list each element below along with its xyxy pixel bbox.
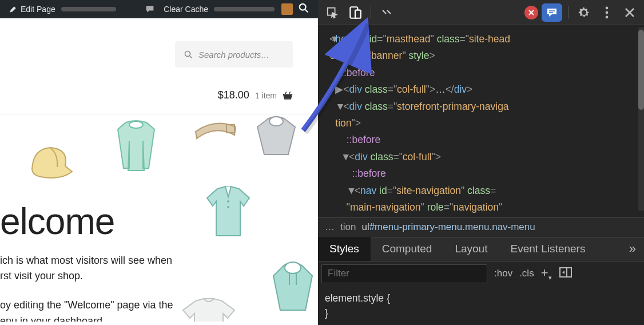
styles-tabs: Styles Computed Layout Event Listeners »	[318, 237, 644, 261]
styles-pane[interactable]: element.style { }	[318, 286, 644, 326]
svg-point-21	[606, 11, 609, 14]
clear-cache-link[interactable]: Clear Cache	[159, 0, 279, 18]
admin-dash	[214, 7, 275, 11]
tabs-overflow-button[interactable]: »	[621, 241, 644, 256]
more-tabs-button[interactable]	[377, 3, 396, 22]
tab-layout[interactable]: Layout	[443, 237, 499, 261]
welcome-line1: ich is what most visitors will see when	[0, 255, 172, 266]
welcome-text-block: elcome ich is what most visitors will se…	[0, 200, 173, 322]
svg-point-9	[227, 206, 229, 208]
cart-link[interactable]: $18.00 1 item	[0, 79, 318, 114]
svg-line-1	[305, 9, 308, 12]
close-devtools-button[interactable]	[620, 3, 639, 22]
search-icon[interactable]	[299, 3, 309, 16]
welcome-title: elcome	[0, 200, 173, 243]
annotation-arrow	[285, 16, 376, 136]
toggle-sidebar-button[interactable]	[559, 267, 573, 280]
site-header: Search products… $18.00 1 item elcome	[0, 18, 318, 322]
hoodie-teal-illustration	[270, 257, 316, 315]
tab-computed[interactable]: Computed	[371, 237, 444, 261]
admin-dash	[61, 7, 116, 11]
tab-styles[interactable]: Styles	[318, 237, 371, 261]
pencil-icon	[8, 5, 17, 14]
dom-breadcrumb[interactable]: … tion ul#menu-primary-menu.menu.nav-men…	[318, 217, 644, 237]
styles-filter-input[interactable]	[321, 264, 487, 283]
breadcrumb-dots: …	[325, 221, 335, 233]
website-preview: Edit Page Clear Cache Search products… $…	[0, 0, 318, 325]
welcome-line2: rst visit your shop.	[0, 270, 83, 282]
welcome-line3: oy editing the "Welcome" page via the	[0, 299, 173, 311]
svg-point-10	[285, 262, 301, 274]
svg-point-5	[129, 121, 143, 128]
svg-point-0	[300, 3, 306, 10]
element-style-selector: element.style {	[325, 292, 390, 304]
svg-point-22	[606, 15, 609, 18]
avatar[interactable]	[281, 3, 293, 15]
comments-link[interactable]	[141, 0, 159, 18]
tshirt-illustration	[180, 296, 238, 322]
errors-badge[interactable]	[524, 6, 538, 19]
settings-button[interactable]	[574, 3, 594, 22]
svg-point-20	[606, 6, 609, 9]
breadcrumb-selected[interactable]: ul#menu-primary-menu.menu.nav-menu	[361, 221, 535, 233]
svg-point-7	[269, 117, 283, 126]
svg-point-2	[185, 51, 190, 56]
polo-illustration	[202, 183, 254, 240]
comment-icon	[145, 5, 154, 14]
wp-admin-bar: Edit Page Clear Cache	[0, 0, 318, 18]
feedback-button[interactable]	[542, 3, 562, 22]
scroll-thumb[interactable]	[638, 30, 644, 110]
clear-cache-label: Clear Cache	[164, 5, 208, 14]
search-placeholder: Search products…	[198, 50, 269, 60]
svg-line-3	[190, 56, 192, 58]
search-icon	[184, 50, 193, 59]
svg-point-8	[227, 200, 229, 203]
hov-toggle[interactable]: :hov	[494, 268, 512, 279]
edit-page-label: Edit Page	[21, 5, 55, 14]
cls-toggle[interactable]: .cls	[519, 268, 534, 279]
tab-event-listeners[interactable]: Event Listeners	[499, 237, 597, 261]
close-brace: }	[325, 307, 328, 319]
search-products-input[interactable]: Search products…	[175, 41, 293, 68]
hero-area: elcome ich is what most visitors will se…	[0, 114, 318, 322]
kebab-menu-button[interactable]	[597, 3, 617, 22]
styles-filter-row: :hov .cls +▾	[318, 261, 644, 286]
longsleeve-illustration	[109, 118, 164, 175]
dom-scrollbar[interactable]	[638, 27, 644, 211]
cart-price: $18.00	[218, 89, 249, 101]
breadcrumb-tion[interactable]: tion	[340, 221, 356, 233]
cap-illustration	[22, 137, 77, 184]
welcome-line4: enu in your dashboard.	[0, 315, 105, 322]
belt-illustration	[192, 114, 239, 143]
edit-page-link[interactable]: Edit Page	[3, 0, 121, 18]
cart-items: 1 item	[255, 91, 277, 100]
svg-rect-25	[560, 268, 571, 277]
new-style-rule-button[interactable]: +▾	[541, 265, 552, 282]
